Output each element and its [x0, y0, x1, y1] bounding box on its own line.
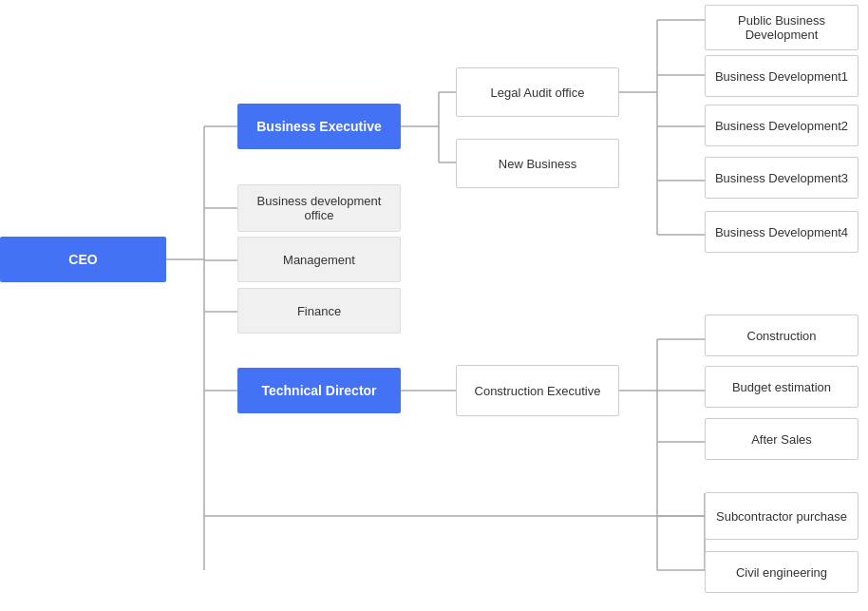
business-executive-node: Business Executive	[237, 104, 401, 149]
construction-executive-node: Construction Executive	[456, 365, 619, 416]
civil-engineering-node: Civil engineering	[705, 551, 859, 593]
biz-dev1-node: Business Development1	[705, 55, 859, 97]
finance-node: Finance	[237, 288, 401, 334]
management-node: Management	[237, 237, 401, 282]
new-business-node: New Business	[456, 139, 619, 188]
biz-dev4-node: Business Development4	[705, 211, 859, 253]
budget-estimation-node: Budget estimation	[705, 366, 859, 408]
biz-dev3-node: Business Development3	[705, 157, 859, 199]
biz-dev2-node: Business Development2	[705, 105, 859, 146]
legal-audit-node: Legal Audit office	[456, 67, 619, 117]
public-business-dev-node: Public Business Development	[705, 5, 859, 50]
org-chart: CEO Business Executive Business developm…	[0, 0, 868, 611]
technical-director-node: Technical Director	[237, 368, 401, 413]
after-sales-node: After Sales	[705, 418, 859, 460]
construction-node: Construction	[705, 315, 859, 356]
ceo-node: CEO	[0, 237, 166, 282]
business-development-office-node: Business development office	[237, 184, 401, 232]
subcontractor-purchase-node: Subcontractor purchase	[705, 492, 859, 540]
